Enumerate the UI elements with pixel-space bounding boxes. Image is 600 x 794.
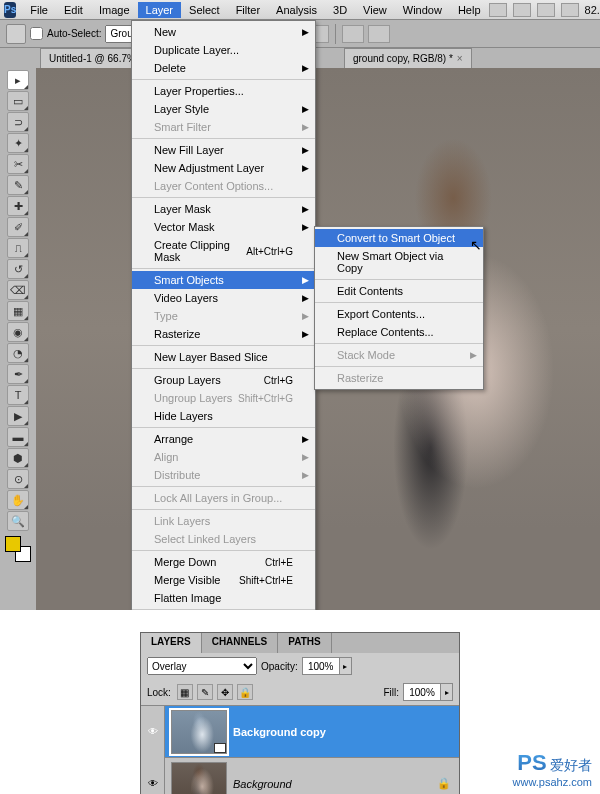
menu-file[interactable]: File (22, 2, 56, 18)
doc-tab[interactable]: ground copy, RGB/8) *× (344, 48, 472, 68)
menu-edit[interactable]: Edit (56, 2, 91, 18)
menu-item[interactable]: Layer Mask▶ (132, 200, 315, 218)
menu-item[interactable]: Merge DownCtrl+E (132, 553, 315, 571)
menu-item[interactable]: Flatten Image (132, 589, 315, 607)
menu-layer[interactable]: Layer (138, 2, 182, 18)
opacity-input[interactable] (303, 661, 339, 672)
menu-window[interactable]: Window (395, 2, 450, 18)
lock-position-icon[interactable]: ✥ (217, 684, 233, 700)
view-extras-icon[interactable] (513, 3, 531, 17)
3d-camera-tool[interactable]: ⊙ (7, 469, 29, 489)
arrange-docs-icon[interactable] (537, 3, 555, 17)
menu-item[interactable]: Merge VisibleShift+Ctrl+E (132, 571, 315, 589)
menu-item[interactable]: Edit Contents (315, 282, 483, 300)
menu-image[interactable]: Image (91, 2, 138, 18)
zoom-value[interactable]: 82.9 % (585, 4, 600, 16)
pen-tool[interactable]: ✒ (7, 364, 29, 384)
layer-row[interactable]: 👁 Background 🔒 (141, 757, 459, 794)
smart-object-badge-icon (214, 743, 226, 753)
menu-item[interactable]: Delete▶ (132, 59, 315, 77)
active-tool-icon[interactable] (6, 24, 26, 44)
layer-name[interactable]: Background copy (233, 726, 326, 738)
menu-item[interactable]: Layer Style▶ (132, 100, 315, 118)
screen-mode-icon[interactable] (561, 3, 579, 17)
chevron-right-icon[interactable]: ▸ (440, 684, 452, 700)
menu-item[interactable]: Group LayersCtrl+G (132, 371, 315, 389)
menu-item[interactable]: Video Layers▶ (132, 289, 315, 307)
blur-tool[interactable]: ◉ (7, 322, 29, 342)
fill-field[interactable]: ▸ (403, 683, 453, 701)
tab-channels[interactable]: CHANNELS (202, 633, 279, 653)
lock-all-icon[interactable]: 🔒 (237, 684, 253, 700)
dodge-tool[interactable]: ◔ (7, 343, 29, 363)
close-icon[interactable]: × (457, 53, 463, 64)
layer-thumbnail[interactable] (171, 762, 227, 795)
menu-item[interactable]: Arrange▶ (132, 430, 315, 448)
launch-bridge-icon[interactable] (489, 3, 507, 17)
tab-paths[interactable]: PATHS (278, 633, 331, 653)
healing-tool[interactable]: ✚ (7, 196, 29, 216)
3d-tool[interactable]: ⬢ (7, 448, 29, 468)
menu-view[interactable]: View (355, 2, 395, 18)
blend-mode-dropdown[interactable]: Overlay (147, 657, 257, 675)
menu-item[interactable]: Convert to Smart Object (315, 229, 483, 247)
menu-item: Lock All Layers in Group... (132, 489, 315, 507)
opt-icon[interactable] (368, 25, 390, 43)
history-brush-tool[interactable]: ↺ (7, 259, 29, 279)
layer-thumbnail[interactable] (171, 710, 227, 754)
color-swatches[interactable] (5, 536, 31, 562)
hand-tool[interactable]: ✋ (7, 490, 29, 510)
menu-item: Stack Mode▶ (315, 346, 483, 364)
menu-item[interactable]: Export Contents... (315, 305, 483, 323)
fill-input[interactable] (404, 687, 440, 698)
menu-item[interactable]: New Layer Based Slice (132, 348, 315, 366)
chevron-right-icon[interactable]: ▸ (339, 658, 351, 674)
layer-list: 👁 Background copy 👁 Background 🔒 (141, 705, 459, 794)
menu-item[interactable]: New Smart Object via Copy (315, 247, 483, 277)
layer-row[interactable]: 👁 Background copy (141, 705, 459, 757)
layer-name[interactable]: Background (233, 778, 292, 790)
auto-select-label: Auto-Select: (47, 28, 101, 39)
menu-item[interactable]: Layer Properties... (132, 82, 315, 100)
tab-layers[interactable]: LAYERS (141, 633, 202, 653)
marquee-tool[interactable]: ▭ (7, 91, 29, 111)
menu-item[interactable]: Hide Layers (132, 407, 315, 425)
lasso-tool[interactable]: ⊃ (7, 112, 29, 132)
opt-icon[interactable] (342, 25, 364, 43)
visibility-icon[interactable]: 👁 (141, 758, 165, 795)
menu-filter[interactable]: Filter (228, 2, 268, 18)
menu-item[interactable]: Vector Mask▶ (132, 218, 315, 236)
lock-pixels-icon[interactable]: ✎ (197, 684, 213, 700)
menu-select[interactable]: Select (181, 2, 228, 18)
lock-transparent-icon[interactable]: ▦ (177, 684, 193, 700)
stamp-tool[interactable]: ⎍ (7, 238, 29, 258)
menu-help[interactable]: Help (450, 2, 489, 18)
crop-tool[interactable]: ✂ (7, 154, 29, 174)
menu-item[interactable]: Replace Contents... (315, 323, 483, 341)
menu-item[interactable]: Duplicate Layer... (132, 41, 315, 59)
menu-item[interactable]: New▶ (132, 23, 315, 41)
menu-item: Layer Content Options... (132, 177, 315, 195)
move-tool[interactable]: ▸ (7, 70, 29, 90)
opacity-field[interactable]: ▸ (302, 657, 352, 675)
type-tool[interactable]: T (7, 385, 29, 405)
menu-item[interactable]: New Adjustment Layer▶ (132, 159, 315, 177)
menu-item[interactable]: Create Clipping MaskAlt+Ctrl+G (132, 236, 315, 266)
quick-select-tool[interactable]: ✦ (7, 133, 29, 153)
menu-item[interactable]: Rasterize▶ (132, 325, 315, 343)
path-select-tool[interactable]: ▶ (7, 406, 29, 426)
brush-tool[interactable]: ✐ (7, 217, 29, 237)
eraser-tool[interactable]: ⌫ (7, 280, 29, 300)
gradient-tool[interactable]: ▦ (7, 301, 29, 321)
panel-tabs: LAYERS CHANNELS PATHS (141, 633, 459, 653)
eyedropper-tool[interactable]: ✎ (7, 175, 29, 195)
menu-item[interactable]: New Fill Layer▶ (132, 141, 315, 159)
zoom-tool[interactable]: 🔍 (7, 511, 29, 531)
foreground-swatch[interactable] (5, 536, 21, 552)
menu-3d[interactable]: 3D (325, 2, 355, 18)
shape-tool[interactable]: ▬ (7, 427, 29, 447)
auto-select-checkbox[interactable] (30, 27, 43, 40)
visibility-icon[interactable]: 👁 (141, 706, 165, 758)
menu-item[interactable]: Smart Objects▶ (132, 271, 315, 289)
menu-analysis[interactable]: Analysis (268, 2, 325, 18)
